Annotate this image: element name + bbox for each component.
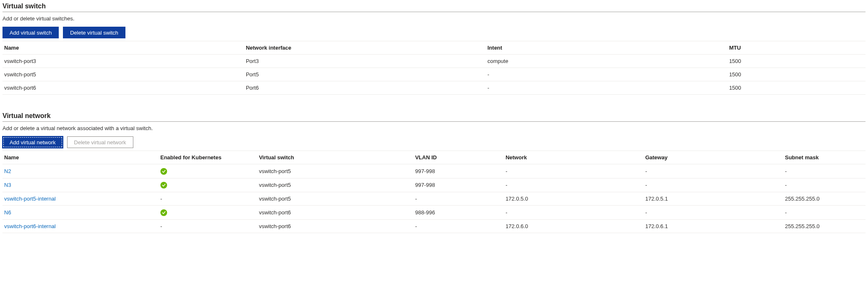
col-gateway[interactable]: Gateway bbox=[643, 151, 783, 164]
virtual-network-title: Virtual network bbox=[3, 112, 865, 122]
cell-k8s: - bbox=[159, 192, 258, 206]
cell-mask: - bbox=[783, 206, 865, 220]
virtual-network-section: Virtual network Add or delete a virtual … bbox=[3, 112, 865, 233]
table-row[interactable]: vswitch-port6 Port6 - 1500 bbox=[3, 81, 865, 95]
cell-mtu: 1500 bbox=[728, 55, 865, 68]
virtual-network-table: Name Enabled for Kubernetes Virtual swit… bbox=[3, 151, 865, 233]
delete-virtual-network-button[interactable]: Delete virtual network bbox=[67, 136, 133, 148]
cell-vswitch: vswitch-port6 bbox=[257, 219, 413, 233]
cell-mtu: 1500 bbox=[728, 81, 865, 95]
cell-network: - bbox=[504, 206, 643, 220]
col-network-interface[interactable]: Network interface bbox=[244, 41, 486, 55]
cell-vswitch: vswitch-port5 bbox=[257, 192, 413, 206]
cell-vlan: - bbox=[413, 192, 504, 206]
col-intent[interactable]: Intent bbox=[486, 41, 728, 55]
cell-gateway: - bbox=[643, 206, 783, 220]
vnet-name-link[interactable]: vswitch-port5-internal bbox=[4, 196, 56, 202]
table-row[interactable]: N3 vswitch-port5 997-998 - - - bbox=[3, 178, 865, 192]
col-name[interactable]: Name bbox=[3, 151, 159, 164]
vnet-name-link[interactable]: N2 bbox=[4, 168, 11, 174]
col-mtu[interactable]: MTU bbox=[728, 41, 865, 55]
cell-mtu: 1500 bbox=[728, 68, 865, 81]
cell-k8s bbox=[159, 164, 258, 178]
col-mask[interactable]: Subnet mask bbox=[783, 151, 865, 164]
cell-vlan: 997-998 bbox=[413, 178, 504, 192]
virtual-switch-header-row: Name Network interface Intent MTU bbox=[3, 41, 865, 55]
add-virtual-switch-button[interactable]: Add virtual switch bbox=[3, 27, 59, 38]
cell-name: vswitch-port5 bbox=[3, 68, 244, 81]
cell-gateway: - bbox=[643, 164, 783, 178]
cell-if: Port5 bbox=[244, 68, 486, 81]
cell-vlan: - bbox=[413, 219, 504, 233]
table-row[interactable]: vswitch-port3 Port3 compute 1500 bbox=[3, 55, 865, 68]
cell-mask: 255.255.255.0 bbox=[783, 192, 865, 206]
cell-intent: - bbox=[486, 68, 728, 81]
vnet-name-link[interactable]: N3 bbox=[4, 182, 11, 188]
virtual-switch-table: Name Network interface Intent MTU vswitc… bbox=[3, 41, 865, 95]
add-virtual-network-button[interactable]: Add virtual network bbox=[3, 136, 63, 148]
cell-intent: - bbox=[486, 81, 728, 95]
cell-network: - bbox=[504, 178, 643, 192]
cell-mask: - bbox=[783, 164, 865, 178]
col-vswitch[interactable]: Virtual switch bbox=[257, 151, 413, 164]
cell-gateway: 172.0.5.1 bbox=[643, 192, 783, 206]
virtual-switch-button-row: Add virtual switch Delete virtual switch bbox=[3, 27, 865, 38]
check-icon bbox=[160, 182, 167, 188]
cell-network: 172.0.6.0 bbox=[504, 219, 643, 233]
vnet-name-link[interactable]: N6 bbox=[4, 209, 11, 216]
cell-mask: - bbox=[783, 178, 865, 192]
cell-intent: compute bbox=[486, 55, 728, 68]
check-icon bbox=[160, 168, 167, 175]
table-row[interactable]: N6 vswitch-port6 988-996 - - - bbox=[3, 206, 865, 220]
virtual-network-description: Add or delete a virtual network associat… bbox=[3, 125, 865, 131]
col-vlan[interactable]: VLAN ID bbox=[413, 151, 504, 164]
col-k8s[interactable]: Enabled for Kubernetes bbox=[159, 151, 258, 164]
virtual-switch-description: Add or delete virtual switches. bbox=[3, 15, 865, 22]
table-row[interactable]: N2 vswitch-port5 997-998 - - - bbox=[3, 164, 865, 178]
cell-vlan: 997-998 bbox=[413, 164, 504, 178]
virtual-switch-title: Virtual switch bbox=[3, 3, 865, 12]
col-name[interactable]: Name bbox=[3, 41, 244, 55]
cell-vswitch: vswitch-port6 bbox=[257, 206, 413, 220]
table-row[interactable]: vswitch-port5-internal - vswitch-port5 -… bbox=[3, 192, 865, 206]
cell-name: vswitch-port3 bbox=[3, 55, 244, 68]
cell-if: Port6 bbox=[244, 81, 486, 95]
cell-network: 172.0.5.0 bbox=[504, 192, 643, 206]
cell-gateway: 172.0.6.1 bbox=[643, 219, 783, 233]
check-icon bbox=[160, 209, 167, 216]
cell-name: vswitch-port6 bbox=[3, 81, 244, 95]
virtual-network-button-row: Add virtual network Delete virtual netwo… bbox=[3, 136, 865, 148]
cell-network: - bbox=[504, 164, 643, 178]
cell-gateway: - bbox=[643, 178, 783, 192]
cell-k8s bbox=[159, 178, 258, 192]
delete-virtual-switch-button[interactable]: Delete virtual switch bbox=[63, 27, 125, 38]
cell-mask: 255.255.255.0 bbox=[783, 219, 865, 233]
cell-if: Port3 bbox=[244, 55, 486, 68]
cell-k8s: - bbox=[159, 219, 258, 233]
table-row[interactable]: vswitch-port5 Port5 - 1500 bbox=[3, 68, 865, 81]
col-network[interactable]: Network bbox=[504, 151, 643, 164]
vnet-name-link[interactable]: vswitch-port6-internal bbox=[4, 223, 56, 229]
cell-vswitch: vswitch-port5 bbox=[257, 164, 413, 178]
cell-vlan: 988-996 bbox=[413, 206, 504, 220]
table-row[interactable]: vswitch-port6-internal - vswitch-port6 -… bbox=[3, 219, 865, 233]
virtual-network-header-row: Name Enabled for Kubernetes Virtual swit… bbox=[3, 151, 865, 164]
cell-k8s bbox=[159, 206, 258, 220]
cell-vswitch: vswitch-port5 bbox=[257, 178, 413, 192]
virtual-switch-section: Virtual switch Add or delete virtual swi… bbox=[3, 3, 865, 95]
